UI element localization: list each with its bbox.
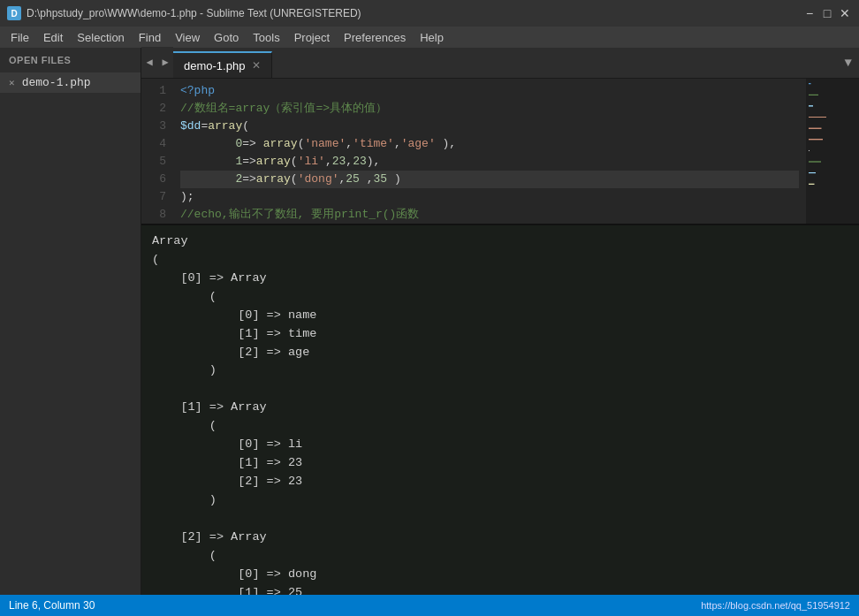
main-container: OPEN FILES ✕ demo-1.php ◀ ▶ demo-1.php ✕…: [0, 48, 859, 595]
maximize-button[interactable]: □: [820, 6, 834, 20]
menu-edit[interactable]: Edit: [36, 29, 70, 46]
code-editor-container: 1 2 3 4 5 6 7 8 9 10 <?php//数组名=array（索引…: [141, 79, 859, 224]
sidebar-header: OPEN FILES: [0, 48, 141, 72]
menu-find[interactable]: Find: [132, 29, 168, 46]
minimize-button[interactable]: −: [802, 6, 817, 20]
menu-project[interactable]: Project: [287, 29, 337, 46]
tab-dropdown-button[interactable]: ▼: [838, 47, 859, 78]
menu-selection[interactable]: Selection: [70, 29, 131, 46]
statusbar-right: https://blog.csdn.net/qq_51954912: [701, 600, 850, 611]
sidebar: OPEN FILES ✕ demo-1.php: [0, 48, 141, 595]
menu-goto[interactable]: Goto: [207, 29, 246, 46]
status-position: Line 6, Column 30: [9, 599, 95, 612]
tab-close-icon[interactable]: ✕: [252, 59, 261, 72]
statusbar: Line 6, Column 30 https://blog.csdn.net/…: [0, 595, 859, 616]
menu-file[interactable]: File: [4, 29, 36, 46]
menu-tools[interactable]: Tools: [246, 29, 286, 46]
menu-preferences[interactable]: Preferences: [337, 29, 413, 46]
tab-label: demo-1.php: [184, 59, 245, 72]
code-content[interactable]: <?php//数组名=array（索引值=>具体的值）$dd=array( 0=…: [173, 79, 806, 224]
window-title: D:\phpstudy_pro\WWW\demo-1.php - Sublime…: [27, 7, 361, 19]
titlebar-left: D D:\phpstudy_pro\WWW\demo-1.php - Subli…: [7, 6, 361, 20]
statusbar-left: Line 6, Column 30: [9, 599, 95, 612]
file-close-icon[interactable]: ✕: [9, 77, 15, 88]
sidebar-file-item[interactable]: ✕ demo-1.php: [0, 72, 141, 93]
line-numbers: 1 2 3 4 5 6 7 8 9 10: [141, 79, 173, 224]
minimap-canvas: [806, 79, 859, 224]
menu-help[interactable]: Help: [413, 29, 451, 46]
sidebar-filename: demo-1.php: [22, 76, 91, 89]
tab-nav-right[interactable]: ▶: [157, 47, 173, 78]
output-panel: Array ( [0] => Array ( [0] => name [1] =…: [141, 224, 859, 595]
code-view[interactable]: 1 2 3 4 5 6 7 8 9 10 <?php//数组名=array（索引…: [141, 79, 806, 224]
menubar: File Edit Selection Find View Goto Tools…: [0, 27, 859, 48]
tab-demo1[interactable]: demo-1.php ✕: [173, 51, 272, 78]
close-button[interactable]: ✕: [838, 6, 852, 20]
menu-view[interactable]: View: [168, 29, 207, 46]
app-icon: D: [7, 6, 21, 20]
tab-bar: ◀ ▶ demo-1.php ✕ ▼: [141, 48, 859, 79]
tab-nav-left[interactable]: ◀: [141, 47, 157, 78]
titlebar: D D:\phpstudy_pro\WWW\demo-1.php - Subli…: [0, 0, 859, 27]
window-controls[interactable]: − □ ✕: [802, 6, 852, 20]
minimap: [806, 79, 859, 224]
editor-area: ◀ ▶ demo-1.php ✕ ▼ 1 2 3 4 5 6 7 8 9: [141, 48, 859, 595]
